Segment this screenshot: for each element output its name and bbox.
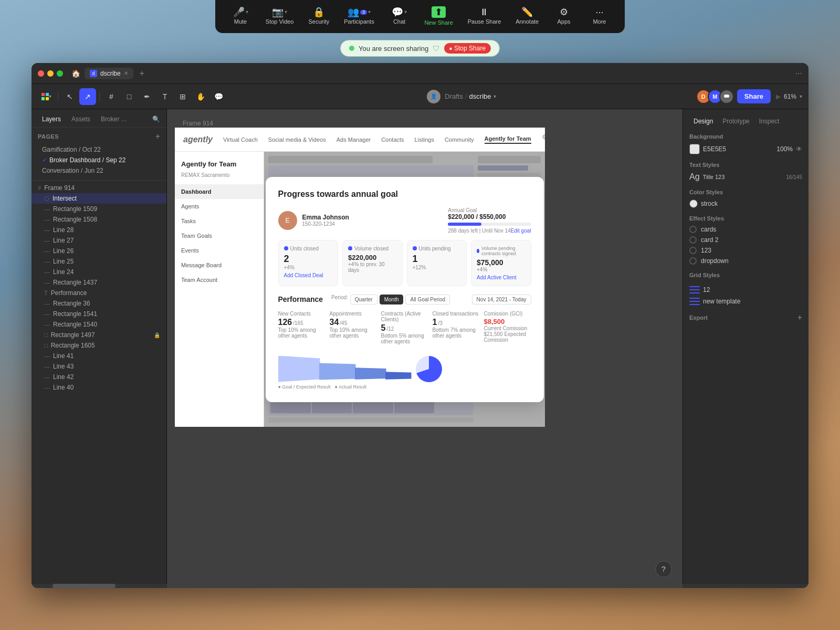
modal-add-active-client-link[interactable]: Add Active Client <box>477 275 526 280</box>
layer-rect36[interactable]: — Rectangle 36 <box>32 298 166 309</box>
layer-line25[interactable]: — Line 25 <box>32 256 166 267</box>
pen-tool-btn[interactable]: ✒ <box>139 88 155 105</box>
nav-agently-team[interactable]: Agently for Team <box>485 135 531 144</box>
layer-rect1509[interactable]: — Rectangle 1509 <box>32 204 166 214</box>
layer-line27[interactable]: — Line 27 <box>32 235 166 246</box>
layer-frame914[interactable]: # Frame 914 <box>32 183 166 193</box>
tab-inspect[interactable]: Inspect <box>755 116 784 127</box>
design-sidebar-events[interactable]: Events <box>175 243 264 258</box>
design-sidebar-teamaccount[interactable]: Team Account <box>175 272 264 287</box>
effect-radio-card2[interactable] <box>689 236 697 244</box>
layer-line42[interactable]: — Line 42 <box>32 372 166 382</box>
layer-line40[interactable]: — Line 40 <box>32 382 166 393</box>
shape-tool-btn[interactable]: □ <box>121 88 138 105</box>
layer-line41[interactable]: — Line 41 <box>32 351 166 361</box>
design-sidebar-messageboard[interactable]: Message Board <box>175 258 264 272</box>
hand-tool-btn[interactable]: ✋ <box>192 88 209 105</box>
play-btn[interactable]: ▶ <box>776 93 781 100</box>
close-window-btn[interactable] <box>38 70 44 77</box>
design-sidebar-teamgoals[interactable]: Team Goals <box>175 228 264 243</box>
page-item-conversation[interactable]: Conversation / Jun 22 <box>38 165 160 176</box>
breadcrumb-current[interactable]: dscribe <box>469 92 491 100</box>
page-label-gamification: Gamification / Oct 22 <box>42 146 101 153</box>
layer-rect1508-icon: — <box>44 216 50 223</box>
background-color-value[interactable]: E5E5E5 <box>703 145 769 153</box>
new-tab-btn[interactable]: + <box>140 69 144 78</box>
layer-intersect[interactable]: ⬡ Intersect <box>32 193 166 204</box>
background-visibility-toggle[interactable]: 👁 <box>796 145 802 153</box>
zoom-apps-btn[interactable]: ⚙ Apps <box>549 5 579 27</box>
move-tool-btn[interactable]: ↗ <box>79 88 96 105</box>
layer-rect1540[interactable]: — Rectangle 1540 <box>32 319 166 330</box>
zoom-stopvideo-btn[interactable]: 📷 ▾ Stop Video <box>261 5 298 27</box>
help-button[interactable]: ? <box>655 561 672 578</box>
zoom-security-btn[interactable]: 🔒 Security <box>304 5 333 27</box>
layer-rect1508[interactable]: — Rectangle 1508 <box>32 214 166 225</box>
zoom-level-control[interactable]: 61% <box>784 93 796 100</box>
horizontal-scrollbar[interactable] <box>32 584 167 588</box>
tab-close-icon[interactable]: ✕ <box>124 70 128 76</box>
modal-add-closed-deal-link[interactable]: Add Closed Deal <box>284 272 333 278</box>
perf-filter-allgoal[interactable]: All Goal Period <box>405 295 450 304</box>
browser-tab-dscribe[interactable]: d dscribe ✕ <box>85 68 133 79</box>
components-tool-btn[interactable]: ⊞ <box>174 88 191 105</box>
background-opacity-value[interactable]: 100% <box>772 145 793 153</box>
layer-line43[interactable]: — Line 43 <box>32 361 166 372</box>
frame-tool-btn[interactable]: # <box>103 88 120 105</box>
layer-line24[interactable]: — Line 24 <box>32 267 166 277</box>
breadcrumb-drafts[interactable]: Drafts <box>445 92 463 100</box>
effect-radio-cards[interactable] <box>689 226 697 233</box>
nav-contacts[interactable]: Contacts <box>381 136 404 143</box>
background-color-swatch[interactable] <box>689 144 700 154</box>
stop-share-button[interactable]: Stop Share <box>444 43 491 54</box>
layer-rect1497[interactable]: □ Rectangle 1497 🔒 <box>32 330 166 340</box>
zoom-more-btn[interactable]: ··· More <box>585 5 614 27</box>
zoom-newshare-btn[interactable]: ⬆ New Share <box>420 4 457 28</box>
page-item-gamification[interactable]: Gamification / Oct 22 <box>38 144 160 155</box>
tab-prototype[interactable]: Prototype <box>718 116 753 127</box>
tab-broker[interactable]: Broker ... <box>97 113 131 125</box>
figma-menu-btn[interactable]: ▾ <box>38 88 55 105</box>
nav-community[interactable]: Community <box>445 136 474 143</box>
layer-performance[interactable]: T Performance <box>32 288 166 298</box>
nav-ads-manager[interactable]: Ads Manager <box>337 136 371 143</box>
layer-rect1605[interactable]: □ Rectangle 1605 <box>32 340 166 351</box>
modal-edit-btn[interactable]: Edit goal <box>511 228 531 234</box>
window-more-icon[interactable]: ··· <box>795 69 802 78</box>
zoom-annotate-btn[interactable]: ✏️ Annotate <box>511 5 543 27</box>
perf-date-selector[interactable]: Nov 14, 2021 - Today <box>472 295 531 304</box>
add-page-btn[interactable]: + <box>155 132 160 141</box>
canvas-area[interactable]: Frame 914 agently Virtual Coach Social m… <box>167 109 682 588</box>
zoom-mute-btn[interactable]: 🎤 ▾ Mute <box>226 5 255 27</box>
design-sidebar-agents[interactable]: Agents <box>175 199 264 214</box>
zoom-participants-btn[interactable]: 👥 3 ▾ Participants <box>340 5 378 27</box>
zoom-chat-btn[interactable]: 💬 ▾ Chat <box>385 5 414 27</box>
panel-search-icon[interactable]: 🔍 <box>152 116 160 123</box>
nav-virtual-coach[interactable]: Virtual Coach <box>223 136 258 143</box>
select-tool-btn[interactable]: ↖ <box>61 88 78 105</box>
home-icon[interactable]: 🏠 <box>71 69 80 78</box>
design-sidebar-dashboard[interactable]: Dashboard <box>175 184 264 199</box>
perf-filter-month[interactable]: Month <box>380 295 404 304</box>
minimize-window-btn[interactable] <box>47 70 54 77</box>
effect-radio-123[interactable] <box>689 247 697 254</box>
layer-rect1541[interactable]: — Rectangle 1541 <box>32 309 166 319</box>
nav-social-media[interactable]: Social media & Videos <box>268 136 326 143</box>
design-sidebar-tasks[interactable]: Tasks <box>175 214 264 228</box>
layer-line26[interactable]: — Line 26 <box>32 246 166 256</box>
layer-line28[interactable]: — Line 28 <box>32 225 166 235</box>
comment-tool-btn[interactable]: 💬 <box>210 88 227 105</box>
tab-assets[interactable]: Assets <box>67 113 94 125</box>
share-button[interactable]: Share <box>737 89 771 103</box>
text-tool-btn[interactable]: T <box>156 88 173 105</box>
export-add-btn[interactable]: + <box>797 313 802 322</box>
layer-rect1437[interactable]: — Rectangle 1437 <box>32 277 166 288</box>
page-item-broker[interactable]: ✓ Broker Dashboard / Sep 22 <box>38 155 160 165</box>
zoom-pauseshare-btn[interactable]: ⏸ Pause Share <box>464 5 506 27</box>
effect-radio-dropdown[interactable] <box>689 257 697 265</box>
perf-filter-quarter[interactable]: Quarter <box>350 295 377 304</box>
tab-layers[interactable]: Layers <box>38 113 65 125</box>
maximize-window-btn[interactable] <box>57 70 63 77</box>
tab-design[interactable]: Design <box>689 116 717 127</box>
nav-listings[interactable]: Listings <box>415 136 434 143</box>
